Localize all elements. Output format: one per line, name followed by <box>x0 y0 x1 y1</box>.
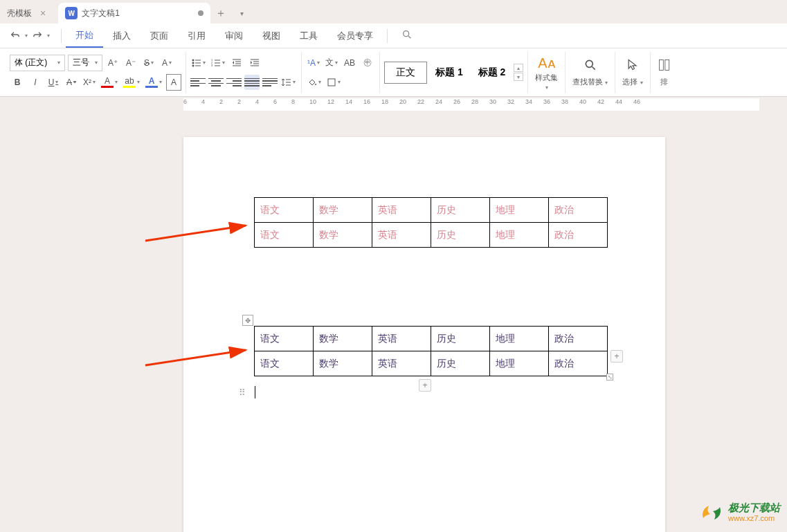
table-cell[interactable]: 政治 <box>549 198 608 223</box>
tab-templates[interactable]: 壳模板 × <box>0 3 53 24</box>
table-cell[interactable]: 政治 <box>549 351 608 376</box>
table-cell[interactable]: 英语 <box>372 223 431 248</box>
char-border-button[interactable]: A <box>166 74 181 91</box>
font-size-select[interactable]: 三号 <box>68 55 102 71</box>
table-cell[interactable]: 数学 <box>314 223 372 248</box>
increase-indent-button[interactable] <box>247 55 262 71</box>
table-cell[interactable]: 历史 <box>431 327 490 351</box>
style-heading2[interactable]: 标题 2 <box>471 62 513 83</box>
numbering-button[interactable]: 123 <box>210 55 226 71</box>
style-heading1[interactable]: 标题 1 <box>428 62 470 83</box>
text-effect-button[interactable]: A <box>144 74 163 91</box>
table-cell[interactable]: 历史 <box>431 198 490 223</box>
highlight-bar <box>123 86 136 88</box>
menu-page[interactable]: 页面 <box>141 24 178 48</box>
decrease-indent-button[interactable] <box>229 55 244 71</box>
close-icon[interactable]: × <box>40 8 46 19</box>
gallery-scroll: ▴ ▾ <box>514 64 523 81</box>
svg-point-0 <box>404 31 409 37</box>
font-color-button[interactable]: A <box>100 74 119 91</box>
align-left-button[interactable] <box>190 75 206 90</box>
table-1[interactable]: 语文 数学 英语 历史 地理 政治 语文 数学 英语 历史 地理 政治 <box>254 197 608 248</box>
font-family-select[interactable]: 体 (正文) <box>10 55 65 71</box>
document-page[interactable]: 语文 数学 英语 历史 地理 政治 语文 数学 英语 历史 地理 政治 ✥ 语文… <box>183 137 665 532</box>
menu-review[interactable]: 审阅 <box>215 24 253 48</box>
table-move-handle[interactable]: ✥ <box>242 315 253 326</box>
char-scale-button[interactable]: AB <box>342 55 357 71</box>
find-replace-button[interactable]: 查找替换 ▾ <box>566 52 615 93</box>
shrink-font-button[interactable]: A⁻ <box>123 55 138 71</box>
horizontal-ruler[interactable]: 6422468101214161820222426283032343638404… <box>183 98 759 111</box>
phonetic-button[interactable]: 文 <box>324 55 339 71</box>
table-cell[interactable]: 数学 <box>314 198 372 223</box>
search-button[interactable] <box>392 29 422 42</box>
table-cell[interactable]: 语文 <box>255 198 314 223</box>
menu-member[interactable]: 会员专享 <box>327 24 383 48</box>
clear-format-button[interactable]: A <box>159 55 174 71</box>
line-spacing-button[interactable] <box>280 74 297 91</box>
table-cell[interactable]: 地理 <box>490 198 549 223</box>
strikethrough-button[interactable]: A <box>64 74 79 91</box>
text-direction-button[interactable]: ¹A <box>306 55 321 71</box>
superscript-button[interactable]: X² <box>82 74 97 91</box>
shading-button[interactable] <box>306 74 323 91</box>
gallery-up-button[interactable]: ▴ <box>514 64 523 72</box>
menu-tools[interactable]: 工具 <box>290 24 327 48</box>
table-row[interactable]: 语文 数学 英语 历史 地理 政治 <box>255 351 608 376</box>
table-cell[interactable]: 政治 <box>549 223 608 248</box>
table-row[interactable]: 语文 数学 英语 历史 地理 政治 <box>255 223 608 248</box>
enclose-char-button[interactable]: ㊥ <box>360 55 375 71</box>
underline-button[interactable]: U <box>46 74 61 91</box>
style-normal[interactable]: 正文 <box>384 62 427 84</box>
highlight-button[interactable]: ab <box>122 74 141 91</box>
table-row[interactable]: 语文 数学 英语 历史 地理 政治 <box>255 198 608 223</box>
tab-menu-button[interactable]: ▾ <box>231 3 252 24</box>
table-2[interactable]: 语文 数学 英语 历史 地理 政治 语文 数学 英语 历史 地理 政治 <box>254 326 608 376</box>
align-distribute-button[interactable] <box>262 75 278 90</box>
align-justify-button[interactable] <box>244 75 260 90</box>
table-cell[interactable]: 地理 <box>490 223 549 248</box>
menu-reference[interactable]: 引用 <box>178 24 215 48</box>
table-cell[interactable]: 历史 <box>431 351 490 376</box>
style-set-button[interactable]: Aᴀ 样式集▾ <box>528 52 566 93</box>
table-cell[interactable]: 英语 <box>372 351 431 376</box>
table-options-handle[interactable]: ⠿ <box>239 387 247 398</box>
table-row[interactable]: 语文 数学 英语 历史 地理 政治 <box>255 327 608 351</box>
add-row-button[interactable]: + <box>419 379 431 392</box>
redo-button[interactable] <box>29 28 46 44</box>
dropdown-icon[interactable]: ▾ <box>47 33 50 39</box>
svg-point-25 <box>315 84 316 85</box>
bold-button[interactable]: B <box>10 74 25 91</box>
dropdown-icon[interactable]: ▾ <box>25 33 28 39</box>
menu-insert[interactable]: 插入 <box>103 24 141 48</box>
table-cell[interactable]: 数学 <box>314 327 372 351</box>
table-cell[interactable]: 语文 <box>255 351 314 376</box>
bullets-button[interactable] <box>190 55 207 71</box>
grow-font-button[interactable]: A⁺ <box>105 55 120 71</box>
table-cell[interactable]: 政治 <box>549 327 608 351</box>
borders-button[interactable] <box>325 74 342 91</box>
table-cell[interactable]: 英语 <box>372 198 431 223</box>
gallery-down-button[interactable]: ▾ <box>514 73 523 81</box>
align-center-button[interactable] <box>208 75 224 90</box>
table-cell[interactable]: 地理 <box>490 351 549 376</box>
table-resize-handle[interactable]: ⤡ <box>606 374 613 380</box>
table-cell[interactable]: 语文 <box>255 327 314 351</box>
select-button[interactable]: 选择 ▾ <box>615 52 650 93</box>
change-case-button[interactable]: S <box>141 55 156 71</box>
new-tab-button[interactable]: ＋ <box>210 3 231 24</box>
menu-start[interactable]: 开始 <box>66 24 103 48</box>
table-cell[interactable]: 数学 <box>314 351 372 376</box>
table-cell[interactable]: 地理 <box>490 327 549 351</box>
menu-view[interactable]: 视图 <box>253 24 290 48</box>
table-cell[interactable]: 语文 <box>255 223 314 248</box>
align-right-button[interactable] <box>226 75 242 90</box>
italic-button[interactable]: I <box>28 74 43 91</box>
add-column-button[interactable]: + <box>610 350 623 363</box>
table-cell[interactable]: 历史 <box>431 223 490 248</box>
table-cell[interactable]: 英语 <box>372 327 431 351</box>
layout-button[interactable]: 排 <box>651 52 678 93</box>
undo-button[interactable] <box>7 28 24 44</box>
tab-document-active[interactable]: W 文字文稿1 <box>58 3 210 24</box>
menu-items: 开始 插入 页面 引用 审阅 视图 工具 会员专享 <box>66 24 383 48</box>
